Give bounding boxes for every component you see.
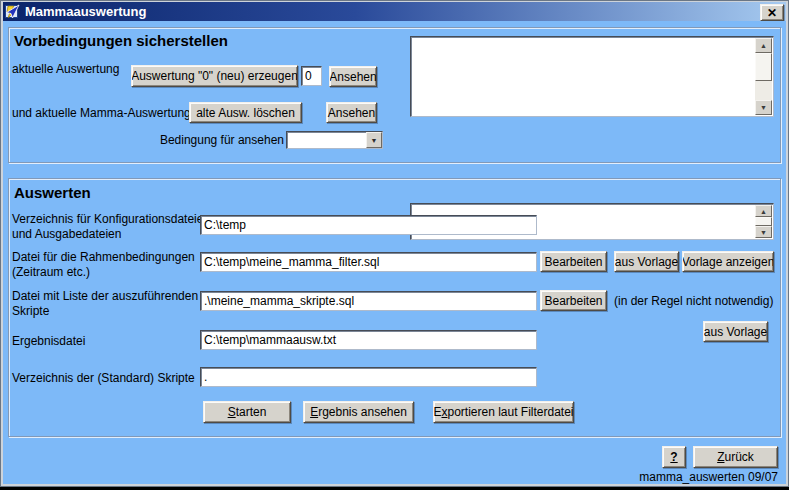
- scroll-thumb[interactable]: [755, 53, 772, 81]
- filter-file-label: Datei für die Rahmenbedingungen (Zeitrau…: [12, 250, 195, 280]
- scripts-file-input[interactable]: [200, 291, 537, 311]
- scripts-file-label: Datei mit Liste der auszuführenden Skrip…: [12, 289, 198, 319]
- chevron-down-icon: ▼: [371, 137, 378, 144]
- view-eval-button[interactable]: Ansehen: [329, 66, 377, 87]
- view-mamma-eval-button[interactable]: Ansehen: [326, 102, 377, 123]
- back-button[interactable]: Zurück: [693, 446, 778, 468]
- version-text: mamma_auswerten 09/07: [578, 470, 778, 485]
- delete-old-eval-button[interactable]: alte Ausw. löschen: [189, 102, 302, 123]
- close-button[interactable]: ✕: [760, 4, 784, 21]
- filter-from-template-button[interactable]: aus Vorlage: [614, 251, 679, 272]
- scroll-up-icon: ▲: [760, 42, 767, 49]
- close-icon: ✕: [767, 6, 777, 20]
- scripts-note: (in der Regel nicht notwendig): [614, 294, 773, 309]
- condition-combobox[interactable]: ▼: [286, 131, 383, 149]
- start-button[interactable]: Starten: [203, 401, 291, 423]
- help-button[interactable]: ?: [662, 446, 686, 468]
- app-window: Mammaauswertung ✕ Vorbedingungen sichers…: [0, 0, 789, 490]
- window-title: Mammaauswertung: [25, 4, 146, 19]
- result-file-label: Ergebnisdatei: [12, 334, 85, 349]
- condition-value: [287, 132, 366, 148]
- filter-file-input[interactable]: [200, 252, 537, 272]
- scroll-down-icon: ▼: [760, 104, 767, 111]
- condition-label: Bedingung für ansehen: [140, 133, 284, 148]
- preconditions-heading: Vorbedingungen sicherstellen: [14, 32, 228, 49]
- edit-scripts-button[interactable]: Bearbeiten: [540, 290, 607, 311]
- create-eval-button[interactable]: Auswertung "0" (neu) erzeugen: [131, 65, 298, 87]
- scripts-from-template-button[interactable]: aus Vorlage: [703, 321, 768, 342]
- scroll-down-button[interactable]: ▼: [755, 100, 772, 115]
- scripts-dir-input[interactable]: [200, 367, 537, 387]
- mamma-eval-label: und aktuelle Mamma-Auswertung: [12, 106, 191, 121]
- current-eval-label: aktuelle Auswertung: [12, 62, 119, 77]
- config-dir-label: Verzeichnis für Konfigurationsdateien un…: [12, 212, 210, 242]
- title-bar[interactable]: Mammaauswertung ✕: [3, 2, 786, 21]
- output-area-1-scrollbar[interactable]: ▲ ▼: [755, 38, 772, 115]
- condition-dropdown-button[interactable]: ▼: [366, 132, 382, 148]
- evaluate-heading: Auswerten: [14, 184, 91, 201]
- view-result-button[interactable]: Ergebnis ansehen: [303, 401, 414, 423]
- app-icon: [5, 4, 21, 20]
- output-area-1[interactable]: ▲ ▼: [410, 36, 774, 117]
- scroll-up-button[interactable]: ▲: [755, 38, 772, 53]
- config-dir-input[interactable]: [200, 215, 537, 235]
- eval-number-input[interactable]: [301, 66, 322, 86]
- scripts-dir-label: Verzeichnis der (Standard) Skripte: [12, 371, 195, 386]
- edit-filter-button[interactable]: Bearbeiten: [540, 251, 607, 272]
- show-template-button[interactable]: Vorlage anzeigen: [682, 251, 774, 272]
- result-file-input[interactable]: [200, 330, 537, 350]
- export-button[interactable]: Exportieren laut Filterdatei: [433, 401, 574, 423]
